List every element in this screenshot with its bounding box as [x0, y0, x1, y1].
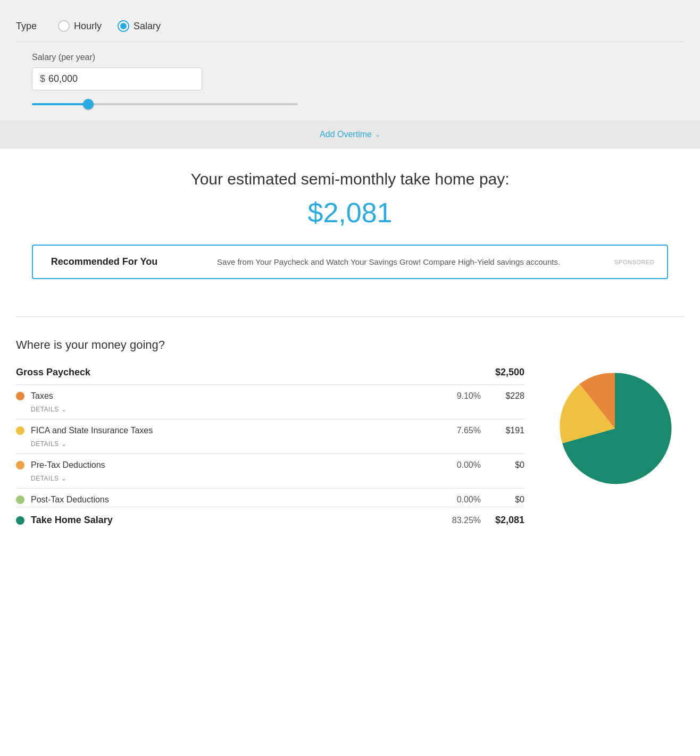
- fica-name: FICA and State Insurance Taxes: [31, 426, 432, 435]
- type-label: Type: [16, 21, 37, 32]
- hourly-label: Hourly: [74, 21, 102, 32]
- posttax-row: Post-Tax Deductions 0.00% $0: [16, 489, 524, 507]
- taxes-main: Taxes 9.10% $228: [16, 385, 524, 403]
- fica-details-button[interactable]: DETAILS ⌄: [31, 440, 66, 448]
- dollar-sign: $: [40, 73, 45, 85]
- salary-label: Salary: [134, 21, 161, 32]
- salary-input[interactable]: [48, 73, 194, 85]
- pretax-details-chevron: ⌄: [61, 475, 67, 482]
- taxes-details-row: DETAILS ⌄: [16, 403, 524, 419]
- pretax-main: Pre-Tax Deductions 0.00% $0: [16, 454, 524, 472]
- gross-paycheck-row: Gross Paycheck $2,500: [16, 360, 524, 385]
- take-home-row: Take Home Salary 83.25% $2,081: [16, 507, 524, 533]
- take-home-row-pct: 83.25%: [438, 516, 481, 525]
- fica-main: FICA and State Insurance Taxes 7.65% $19…: [16, 419, 524, 438]
- salary-per-year-label: Salary (per year): [32, 53, 668, 62]
- ad-title: Recommended For You: [46, 256, 163, 267]
- gross-label: Gross Paycheck: [16, 367, 90, 378]
- ad-sponsored: SPONSORED: [614, 259, 654, 265]
- pie-chart-container: [546, 338, 684, 533]
- pretax-details-label: DETAILS: [31, 475, 59, 482]
- pretax-name: Pre-Tax Deductions: [31, 460, 432, 470]
- type-row: Type Hourly Salary: [16, 11, 684, 41]
- pretax-dot: [16, 461, 24, 469]
- money-section: Where is your money going? Gross Paychec…: [0, 333, 700, 555]
- taxes-row: Taxes 9.10% $228 DETAILS ⌄: [16, 385, 524, 419]
- pretax-details-button[interactable]: DETAILS ⌄: [31, 475, 66, 482]
- result-section: Your estimated semi-monthly take home pa…: [0, 149, 700, 311]
- type-section: Type Hourly Salary Salary (per year) $: [0, 0, 700, 120]
- pretax-row: Pre-Tax Deductions 0.00% $0 DETAILS ⌄: [16, 454, 524, 489]
- posttax-amount: $0: [487, 495, 524, 505]
- pretax-amount: $0: [487, 460, 524, 470]
- money-table: Where is your money going? Gross Paychec…: [16, 338, 524, 533]
- taxes-details-label: DETAILS: [31, 406, 59, 413]
- add-overtime-button[interactable]: Add Overtime ⌄: [320, 130, 380, 139]
- taxes-pct: 9.10%: [438, 391, 481, 401]
- fica-details-label: DETAILS: [31, 440, 59, 448]
- posttax-pct: 0.00%: [438, 495, 481, 505]
- hourly-option[interactable]: Hourly: [58, 20, 102, 32]
- take-home-description: Your estimated semi-monthly take home pa…: [16, 170, 684, 188]
- taxes-details-chevron: ⌄: [61, 406, 67, 413]
- fica-amount: $191: [487, 426, 524, 435]
- fica-details-chevron: ⌄: [61, 440, 67, 448]
- pretax-details-row: DETAILS ⌄: [16, 472, 524, 488]
- taxes-amount: $228: [487, 391, 524, 401]
- take-home-dot: [16, 516, 24, 525]
- posttax-main: Post-Tax Deductions 0.00% $0: [16, 489, 524, 507]
- salary-slider-container: [32, 99, 298, 110]
- salary-slider[interactable]: [32, 103, 298, 105]
- section-divider: [16, 316, 684, 317]
- pretax-pct: 0.00%: [438, 460, 481, 470]
- gross-amount: $2,500: [495, 367, 524, 378]
- posttax-dot: [16, 495, 24, 504]
- take-home-row-amount: $2,081: [487, 515, 524, 526]
- taxes-dot: [16, 392, 24, 400]
- money-section-title: Where is your money going?: [16, 338, 524, 352]
- fica-dot: [16, 426, 24, 435]
- posttax-name: Post-Tax Deductions: [31, 495, 432, 505]
- add-overtime-label: Add Overtime: [320, 130, 372, 139]
- salary-radio[interactable]: [118, 20, 129, 32]
- salary-section: Salary (per year) $: [16, 42, 684, 120]
- take-home-amount: $2,081: [16, 197, 684, 229]
- chevron-down-icon: ⌄: [375, 131, 380, 138]
- taxes-details-button[interactable]: DETAILS ⌄: [31, 406, 66, 413]
- fica-row: FICA and State Insurance Taxes 7.65% $19…: [16, 419, 524, 454]
- fica-details-row: DETAILS ⌄: [16, 438, 524, 453]
- hourly-radio[interactable]: [58, 20, 70, 32]
- add-overtime-row: Add Overtime ⌄: [0, 120, 700, 149]
- ad-banner[interactable]: Recommended For You Save from Your Paych…: [32, 245, 668, 279]
- take-home-row-label: Take Home Salary: [31, 515, 432, 526]
- ad-description: Save from Your Paycheck and Watch Your S…: [173, 257, 604, 266]
- pie-chart: [556, 370, 673, 487]
- taxes-name: Taxes: [31, 391, 432, 401]
- fica-pct: 7.65%: [438, 426, 481, 435]
- salary-option[interactable]: Salary: [118, 20, 161, 32]
- salary-input-wrapper: $: [32, 68, 202, 90]
